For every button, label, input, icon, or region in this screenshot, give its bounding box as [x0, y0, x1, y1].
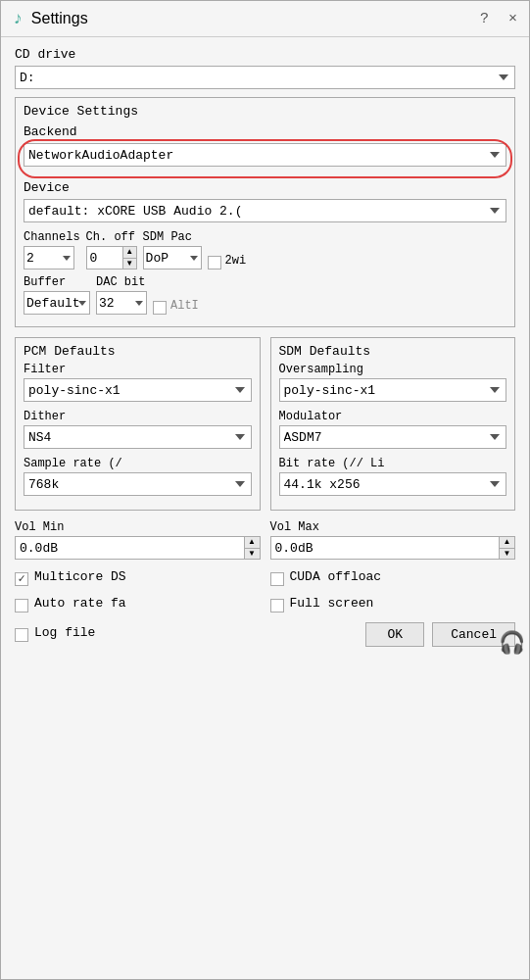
autorate-checkbox-col: Auto rate fa: [15, 596, 261, 614]
ok-cancel-area: OK Cancel 🎧: [365, 622, 515, 647]
twowi-checkbox[interactable]: [208, 256, 221, 270]
backend-label: Backend: [24, 124, 506, 139]
fullscreen-checkbox[interactable]: [270, 599, 284, 612]
vol-min-group: Vol Min 0.0dB ▲ ▼: [15, 520, 261, 560]
device-label: Device: [24, 180, 506, 195]
sdm-oversampling-select[interactable]: poly-sinc-x1: [279, 378, 507, 402]
backend-select[interactable]: NetworkAudioAdapter: [24, 143, 506, 167]
alti-group: AltI: [153, 299, 199, 315]
vol-max-spin-buttons: ▲ ▼: [499, 537, 514, 559]
logfile-checkbox[interactable]: [15, 628, 28, 642]
device-settings-title: Device Settings: [24, 104, 506, 119]
vol-row: Vol Min 0.0dB ▲ ▼ Vol Max 0.0dB ▲ ▼: [15, 520, 515, 560]
channels-label: Channels: [24, 230, 80, 244]
channels-row: Channels 2 Ch. off 0 ▲ ▼: [24, 230, 506, 270]
sdmpac-label: SDM Pac: [143, 230, 202, 244]
cuda-checkbox-col: CUDA offloac: [270, 569, 516, 588]
vol-min-label: Vol Min: [15, 520, 261, 534]
channels-select[interactable]: 2: [24, 246, 74, 270]
buffer-select[interactable]: Default: [24, 291, 90, 315]
pcm-filter-label: Filter: [24, 363, 252, 376]
log-file-area: Log file: [15, 625, 365, 644]
device-select[interactable]: default: xCORE USB Audio 2.(: [24, 199, 506, 222]
vol-min-up-button[interactable]: ▲: [245, 537, 260, 549]
logfile-label: Log file: [34, 625, 95, 640]
choff-spinner[interactable]: 0 ▲ ▼: [86, 246, 137, 270]
buffer-row: Buffer Default DAC bit 32 AltI: [24, 275, 506, 315]
pcm-defaults-box: PCM Defaults Filter poly-sinc-x1 Dither …: [15, 337, 261, 511]
autorate-label: Auto rate fa: [34, 596, 126, 611]
vol-max-group: Vol Max 0.0dB ▲ ▼: [270, 520, 516, 560]
choff-group: Ch. off 0 ▲ ▼: [86, 230, 137, 270]
vol-max-spinner[interactable]: 0.0dB ▲ ▼: [270, 536, 516, 560]
choff-spin-buttons: ▲ ▼: [122, 247, 136, 269]
sdm-defaults-title: SDM Defaults: [279, 344, 507, 359]
app-icon: ♪: [13, 9, 24, 28]
defaults-section: PCM Defaults Filter poly-sinc-x1 Dither …: [15, 337, 515, 511]
pcm-samplerate-label: Sample rate (/: [24, 457, 252, 470]
dacbit-group: DAC bit 32: [96, 275, 147, 315]
sdm-bitrate-select[interactable]: 44.1k x256: [279, 472, 507, 496]
multicore-checkbox[interactable]: ✓: [15, 572, 28, 586]
cd-drive-label: CD drive: [15, 47, 515, 62]
headphone-icon: 🎧: [499, 630, 525, 657]
title-bar: ♪ Settings ? ×: [1, 1, 529, 37]
sdm-oversampling-label: Oversampling: [279, 363, 507, 376]
vol-max-up-button[interactable]: ▲: [500, 537, 514, 549]
device-settings-box: Device Settings Backend NetworkAudioAdap…: [15, 97, 515, 327]
vol-min-value: 0.0dB: [16, 537, 244, 559]
multicore-checkbox-col: ✓ Multicore DS: [15, 569, 261, 588]
choff-up-button[interactable]: ▲: [123, 247, 136, 259]
ok-button[interactable]: OK: [365, 622, 424, 647]
close-button[interactable]: ×: [508, 11, 517, 27]
vol-min-spinner[interactable]: 0.0dB ▲ ▼: [15, 536, 261, 560]
autorate-checkbox[interactable]: [15, 599, 28, 612]
twowi-label: 2wi: [225, 254, 247, 268]
dacbit-select[interactable]: 32: [96, 291, 147, 315]
vol-max-value: 0.0dB: [271, 537, 500, 559]
sdm-modulator-select[interactable]: ASDM7: [279, 425, 507, 449]
vol-max-label: Vol Max: [270, 520, 516, 534]
pcm-dither-label: Dither: [24, 410, 252, 423]
fullscreen-label: Full screen: [290, 596, 374, 611]
sdmpac-group: SDM Pac DoP: [143, 230, 202, 270]
choff-down-button[interactable]: ▼: [123, 259, 136, 270]
cd-drive-select[interactable]: D:: [15, 66, 515, 89]
buffer-group: Buffer Default: [24, 275, 90, 315]
vol-max-down-button[interactable]: ▼: [500, 549, 514, 560]
alti-label: AltI: [170, 299, 199, 313]
window-title: Settings: [31, 10, 480, 27]
pcm-samplerate-select[interactable]: 768k: [24, 472, 252, 496]
checkbox-row-2: Auto rate fa Full screen: [15, 596, 515, 614]
fullscreen-checkbox-col: Full screen: [270, 596, 516, 614]
pcm-defaults-title: PCM Defaults: [24, 344, 252, 359]
sdm-modulator-label: Modulator: [279, 410, 507, 423]
backend-wrapper: NetworkAudioAdapter: [24, 143, 506, 174]
channels-group: Channels 2: [24, 230, 80, 270]
sdm-bitrate-label: Bit rate (// Li: [279, 457, 507, 470]
vol-min-down-button[interactable]: ▼: [245, 549, 260, 560]
sdmpac-select[interactable]: DoP: [143, 246, 202, 270]
alti-checkbox: [153, 301, 167, 315]
vol-min-spin-buttons: ▲ ▼: [244, 537, 260, 559]
cuda-checkbox[interactable]: [270, 572, 284, 586]
checkbox-row-1: ✓ Multicore DS CUDA offloac: [15, 569, 515, 588]
bottom-row: Log file OK Cancel 🎧: [15, 622, 515, 647]
settings-window: ♪ Settings ? × CD drive D: Device Settin…: [0, 0, 530, 980]
cuda-label: CUDA offloac: [290, 569, 382, 584]
content-area: CD drive D: Device Settings Backend Netw…: [1, 37, 529, 979]
cancel-button-wrapper: Cancel 🎧: [432, 622, 515, 647]
buffer-label: Buffer: [24, 275, 90, 289]
choff-value: 0: [87, 247, 122, 269]
choff-label: Ch. off: [86, 230, 137, 244]
multicore-label: Multicore DS: [34, 569, 126, 584]
pcm-filter-select[interactable]: poly-sinc-x1: [24, 378, 252, 402]
pcm-dither-select[interactable]: NS4: [24, 425, 252, 449]
twowi-group: 2wi: [208, 254, 247, 270]
dacbit-label: DAC bit: [96, 275, 147, 289]
help-button[interactable]: ?: [480, 11, 489, 27]
sdm-defaults-box: SDM Defaults Oversampling poly-sinc-x1 M…: [270, 337, 516, 511]
